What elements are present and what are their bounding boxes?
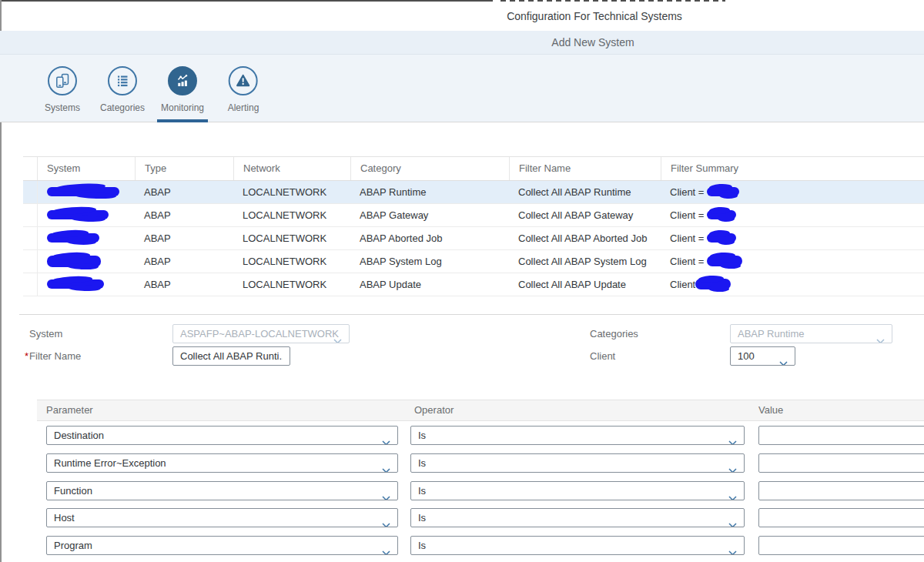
- table-row[interactable]: ABAP LOCALNETWORK ABAP Gateway Collect A…: [23, 204, 924, 227]
- filter-summary-cell: Client =: [661, 204, 924, 226]
- category-cell: ABAP Update: [350, 273, 509, 296]
- network-cell: LOCALNETWORK: [233, 227, 350, 249]
- filters-table: System Type Network Category Filter Name…: [23, 156, 924, 296]
- filter-summary-text: Client =: [670, 209, 704, 221]
- operator-select-value: Is: [418, 457, 426, 469]
- parameter-select-value: Destination: [54, 430, 104, 441]
- tab-alerting[interactable]: Alerting: [228, 66, 259, 113]
- table-row[interactable]: ABAP LOCALNETWORK ABAP Aborted Job Colle…: [23, 227, 924, 250]
- tab-systems[interactable]: Systems: [45, 66, 80, 113]
- parameter-select-value: Runtime Error~Exception: [54, 457, 166, 469]
- operator-select-value: Is: [418, 430, 426, 441]
- chevron-down-icon: [728, 489, 737, 500]
- system-cell: [37, 250, 135, 273]
- operator-select[interactable]: Is: [410, 426, 745, 445]
- row-selector-cell: [23, 227, 37, 249]
- icon-tab-bar: Systems Categories: [0, 55, 924, 122]
- table-row[interactable]: ABAP LOCALNETWORK ABAP Update Collect Al…: [23, 273, 924, 296]
- filter-name-field-label: *Filter Name: [25, 350, 81, 362]
- filter-summary-text: Client: [670, 279, 695, 290]
- redaction-scribble: [707, 233, 736, 243]
- filter-name-cell: Collect All ABAP Runtime: [509, 181, 661, 203]
- value-input[interactable]: [758, 426, 924, 445]
- filter-summary-cell: Client =: [661, 250, 924, 273]
- filter-name-input[interactable]: [172, 346, 290, 366]
- operator-select-value: Is: [418, 485, 426, 497]
- row-selector-cell: [23, 250, 37, 273]
- operator-select[interactable]: Is: [410, 481, 745, 500]
- column-header-operator: Operator: [414, 404, 454, 416]
- chevron-down-icon: [779, 354, 788, 366]
- parameter-select-value: Host: [54, 512, 75, 524]
- table-row[interactable]: ABAP LOCALNETWORK ABAP Runtime Collect A…: [23, 181, 924, 204]
- column-header-system: System: [37, 157, 135, 180]
- tab-categories[interactable]: Categories: [100, 66, 145, 113]
- row-selector-cell: [23, 204, 37, 226]
- chevron-down-icon: [728, 516, 737, 527]
- chevron-down-icon: [382, 516, 390, 527]
- system-select[interactable]: ASPAFP~ABAP-LOCALNETWORK: [172, 324, 350, 343]
- system-cell: [37, 227, 135, 249]
- operator-select[interactable]: Is: [410, 453, 745, 473]
- app-window: Configuration For Technical Systems Add …: [0, 0, 924, 562]
- parameter-select-value: Function: [54, 485, 92, 497]
- column-header-parameter: Parameter: [46, 404, 93, 416]
- chart-line-icon: [168, 66, 197, 95]
- parameter-select[interactable]: Program: [46, 536, 398, 555]
- warning-triangle-icon: [229, 66, 258, 95]
- tab-label: Categories: [100, 102, 145, 113]
- system-cell: [37, 204, 135, 226]
- value-input[interactable]: [758, 481, 924, 500]
- type-cell: ABAP: [135, 181, 233, 203]
- type-cell: ABAP: [135, 250, 233, 273]
- categories-select[interactable]: ABAP Runtime: [730, 324, 892, 343]
- parameter-select[interactable]: Function: [46, 481, 398, 500]
- selector-column-header: [23, 157, 37, 180]
- chevron-down-icon: [382, 433, 390, 445]
- filter-summary-text: Client =: [670, 256, 704, 267]
- tab-label: Alerting: [228, 102, 259, 113]
- redaction-scribble: [47, 187, 119, 196]
- redaction-scribble: [707, 210, 736, 219]
- client-select[interactable]: 100: [730, 346, 795, 366]
- parameter-select[interactable]: Host: [46, 508, 398, 527]
- row-selector-cell: [23, 273, 37, 296]
- filter-summary-cell: Client: [661, 273, 924, 296]
- tab-monitoring[interactable]: Monitoring: [161, 66, 204, 113]
- value-input[interactable]: [758, 508, 924, 527]
- filter-name-label-text: Filter Name: [29, 350, 81, 362]
- network-cell: LOCALNETWORK: [233, 250, 350, 273]
- filter-name-cell: Collect All ABAP System Log: [509, 250, 661, 273]
- column-header-network: Network: [233, 157, 350, 180]
- system-cell: [37, 273, 135, 296]
- value-input[interactable]: [758, 453, 924, 473]
- parameter-select[interactable]: Runtime Error~Exception: [46, 453, 398, 473]
- tab-label: Monitoring: [161, 102, 204, 113]
- operator-select[interactable]: Is: [410, 508, 745, 527]
- redaction-scribble: [707, 256, 742, 266]
- required-marker: *: [25, 350, 28, 362]
- column-header-filter-name: Filter Name: [509, 157, 661, 180]
- list-icon: [108, 66, 137, 95]
- category-cell: ABAP Runtime: [350, 181, 509, 203]
- page-title: Configuration For Technical Systems: [507, 10, 682, 22]
- network-cell: LOCALNETWORK: [233, 204, 350, 226]
- table-row[interactable]: ABAP LOCALNETWORK ABAP System Log Collec…: [23, 250, 924, 273]
- operator-select[interactable]: Is: [410, 536, 745, 555]
- operator-select-value: Is: [418, 540, 426, 551]
- parameter-select[interactable]: Destination: [46, 426, 398, 445]
- chevron-down-icon: [333, 332, 342, 343]
- tab-label: Systems: [45, 102, 80, 113]
- type-cell: ABAP: [135, 204, 233, 226]
- redaction-scribble: [47, 279, 104, 289]
- dialog-title: Add New System: [551, 36, 634, 49]
- value-input[interactable]: [758, 536, 924, 555]
- filter-summary-cell: Client =: [661, 227, 924, 249]
- system-cell: [37, 181, 135, 203]
- network-cell: LOCALNETWORK: [233, 273, 350, 296]
- redaction-scribble: [707, 187, 739, 196]
- category-cell: ABAP Aborted Job: [350, 227, 509, 249]
- chevron-down-icon: [728, 433, 737, 445]
- operator-select-value: Is: [418, 512, 426, 524]
- table-header-row: System Type Network Category Filter Name…: [23, 157, 924, 181]
